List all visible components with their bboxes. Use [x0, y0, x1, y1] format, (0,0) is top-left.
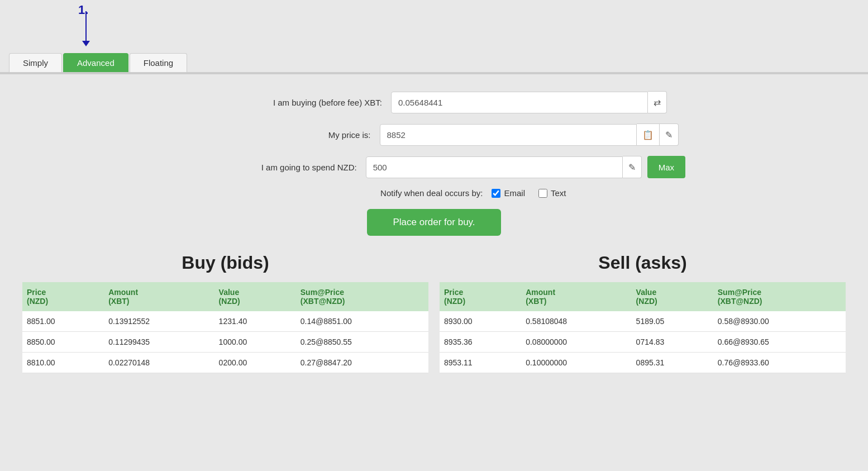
price-pencil-button[interactable]: ✎	[660, 123, 679, 146]
place-order-button[interactable]: Place order for buy.	[367, 209, 501, 236]
notify-text-checkbox[interactable]	[538, 189, 547, 198]
buying-input-group: ⇄	[391, 91, 667, 113]
buying-row: I am buying (before fee) XBT: ⇄	[183, 91, 685, 113]
sell-asks-header-row: Price(NZD) Amount(XBT) Value(NZD) Sum@Pr…	[440, 282, 846, 311]
tab-floating[interactable]: Floating	[130, 53, 187, 72]
buy-bids-row: 8851.000.139125521231.400.14@8851.00	[22, 311, 428, 332]
sell-value-cell: 0895.31	[632, 353, 713, 373]
buy-price-header: Price(NZD)	[22, 282, 104, 311]
spend-input[interactable]	[366, 156, 623, 178]
sell-asks-row: 8930.000.581080485189.050.58@8930.00	[440, 311, 846, 332]
sell-value-header: Value(NZD)	[632, 282, 713, 311]
sell-price-cell: 8935.36	[440, 332, 521, 353]
tab-advanced[interactable]: Advanced	[63, 53, 128, 72]
notify-email-label: Email	[504, 188, 525, 198]
max-button[interactable]: Max	[647, 156, 685, 178]
buy-bids-row: 8850.000.112994351000.000.25@8850.55	[22, 332, 428, 353]
sell-amount-header: Amount(XBT)	[521, 282, 631, 311]
sell-amount-cell: 0.58108048	[521, 311, 631, 332]
buy-value-cell: 0200.00	[214, 353, 296, 373]
price-input[interactable]	[380, 124, 637, 146]
buying-input[interactable]	[391, 92, 648, 113]
spend-pencil-button[interactable]: ✎	[623, 156, 642, 178]
buy-amount-cell: 0.02270148	[104, 353, 214, 373]
place-order-row: Place order for buy.	[183, 209, 685, 236]
buy-bids-table: Price(NZD) Amount(XBT) Value(NZD) Sum@Pr…	[22, 282, 428, 373]
buy-value-header: Value(NZD)	[214, 282, 296, 311]
spend-row: I am going to spend NZD: ✎ Max	[183, 156, 685, 178]
sell-price-cell: 8953.11	[440, 353, 521, 373]
buy-value-cell: 1000.00	[214, 332, 296, 353]
notify-email-option[interactable]: Email	[492, 188, 525, 198]
calendar-button[interactable]: 📋	[637, 123, 660, 146]
spend-input-group: ✎	[366, 156, 642, 178]
buy-amount-cell: 0.13912552	[104, 311, 214, 332]
buy-sumprice-header: Sum@Price(XBT@NZD)	[296, 282, 428, 311]
notify-row: Notify when deal occurs by: Email Text	[183, 188, 685, 198]
buy-price-cell: 8850.00	[22, 332, 104, 353]
sell-sumprice-header: Sum@Price(XBT@NZD)	[713, 282, 846, 311]
buy-bids-header-row: Price(NZD) Amount(XBT) Value(NZD) Sum@Pr…	[22, 282, 428, 311]
shuffle-button[interactable]: ⇄	[648, 91, 667, 113]
buy-bids-row: 8810.000.022701480200.000.27@8847.20	[22, 353, 428, 373]
tab-simply[interactable]: Simply	[9, 53, 62, 72]
sell-asks-title: Sell (asks)	[440, 253, 846, 273]
sell-value-cell: 0714.83	[632, 332, 713, 353]
buy-value-cell: 1231.40	[214, 311, 296, 332]
orderbook-section: Buy (bids) Price(NZD) Amount(XBT) Value(…	[0, 253, 868, 373]
sell-amount-cell: 0.08000000	[521, 332, 631, 353]
form-section: I am buying (before fee) XBT: ⇄ My price…	[183, 91, 685, 236]
tabs-container: Simply Advanced Floating	[0, 53, 868, 72]
sell-sum-cell: 0.66@8930.65	[713, 332, 846, 353]
sell-value-cell: 5189.05	[632, 311, 713, 332]
buy-price-cell: 8810.00	[22, 353, 104, 373]
sell-amount-cell: 0.10000000	[521, 353, 631, 373]
notify-text-label: Text	[551, 188, 566, 198]
sell-asks-row: 8953.110.100000000895.310.76@8933.60	[440, 353, 846, 373]
buy-bids-panel: Buy (bids) Price(NZD) Amount(XBT) Value(…	[17, 253, 434, 373]
buying-label: I am buying (before fee) XBT:	[201, 98, 391, 107]
main-content: I am buying (before fee) XBT: ⇄ My price…	[0, 74, 868, 384]
price-row: My price is: 📋 ✎	[183, 123, 685, 146]
sell-asks-row: 8935.360.080000000714.830.66@8930.65	[440, 332, 846, 353]
sell-price-header: Price(NZD)	[440, 282, 521, 311]
sell-sum-cell: 0.76@8933.60	[713, 353, 846, 373]
buy-sum-cell: 0.25@8850.55	[296, 332, 428, 353]
notify-text-option[interactable]: Text	[538, 188, 566, 198]
buy-amount-cell: 0.11299435	[104, 332, 214, 353]
notify-email-checkbox[interactable]	[492, 189, 500, 198]
buy-sum-cell: 0.27@8847.20	[296, 353, 428, 373]
notify-label: Notify when deal occurs by:	[302, 188, 492, 198]
tabs-bar: Simply Advanced Floating	[0, 0, 868, 73]
price-input-group: 📋 ✎	[380, 123, 679, 146]
sell-asks-panel: Sell (asks) Price(NZD) Amount(XBT) Value…	[434, 253, 851, 373]
buy-sum-cell: 0.14@8851.00	[296, 311, 428, 332]
spend-label: I am going to spend NZD:	[183, 163, 366, 172]
sell-price-cell: 8930.00	[440, 311, 521, 332]
buy-amount-header: Amount(XBT)	[104, 282, 214, 311]
price-label: My price is:	[190, 130, 380, 140]
buy-bids-title: Buy (bids)	[22, 253, 428, 273]
sell-asks-table: Price(NZD) Amount(XBT) Value(NZD) Sum@Pr…	[440, 282, 846, 373]
sell-sum-cell: 0.58@8930.00	[713, 311, 846, 332]
buy-price-cell: 8851.00	[22, 311, 104, 332]
notify-options: Email Text	[492, 188, 566, 198]
